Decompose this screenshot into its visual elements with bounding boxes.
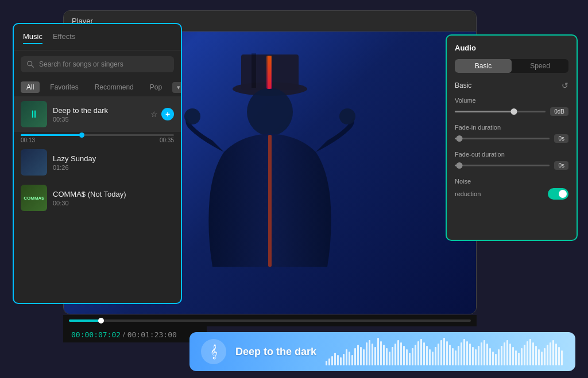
search-box[interactable]: Search for songs or singers xyxy=(21,56,174,72)
waveform-bar xyxy=(435,347,436,365)
waveform-bar xyxy=(483,340,485,365)
progress-thumb xyxy=(79,133,84,138)
track-duration-1: 00:35 xyxy=(53,116,145,123)
waveform-bar xyxy=(386,348,388,365)
waveform-bar xyxy=(512,347,514,365)
waveform-bar xyxy=(440,340,442,365)
waveform-bar xyxy=(372,344,373,365)
svg-rect-2 xyxy=(252,53,256,88)
waveform-bar xyxy=(412,348,413,365)
tab-effects[interactable]: Effects xyxy=(53,32,76,44)
volume-value: 0dB xyxy=(550,107,568,116)
waveform-bar xyxy=(527,341,528,365)
filter-pop[interactable]: Pop xyxy=(144,81,168,93)
waveform-bar xyxy=(478,346,479,365)
noise-reduction-toggle[interactable] xyxy=(548,188,568,200)
waveform-bar xyxy=(475,349,477,365)
waveform-bar xyxy=(550,342,551,365)
waveform-bar xyxy=(406,349,408,365)
fadein-slider[interactable] xyxy=(455,138,550,139)
track-time-labels: 00:13 00:35 xyxy=(14,136,181,145)
filter-all[interactable]: All xyxy=(21,81,40,93)
volume-slider[interactable] xyxy=(455,111,546,112)
waveform-bar xyxy=(438,344,439,365)
waveform-bar xyxy=(423,342,425,365)
waveform-bar xyxy=(486,344,488,365)
waveform-bar xyxy=(326,361,327,365)
svg-point-7 xyxy=(184,108,200,124)
waveform-bar xyxy=(403,346,405,365)
waveform-bar xyxy=(518,353,520,365)
track-name-1: Deep to the dark xyxy=(53,106,145,115)
fadein-label: Fade-in duration xyxy=(455,124,568,131)
waveform-bar xyxy=(337,355,339,365)
svg-rect-6 xyxy=(268,135,272,267)
waveform-bar xyxy=(558,347,560,365)
waveform-bar xyxy=(541,352,543,365)
fadeout-control: Fade-out duration 0s xyxy=(455,151,568,170)
volume-thumb[interactable] xyxy=(510,108,517,115)
track-item[interactable]: COMMA$ COMMA$ (Not Today) 00:30 xyxy=(14,180,181,216)
audio-panel: Audio Basic Speed Basic ↺ Volume 0dB Fad… xyxy=(446,34,578,241)
waveform-bar xyxy=(561,350,563,365)
timeline-container xyxy=(63,315,477,326)
reset-icon[interactable]: ↺ xyxy=(562,81,568,90)
timeline-progress xyxy=(69,319,101,322)
volume-fill xyxy=(455,111,514,112)
timeline-thumb[interactable] xyxy=(98,318,104,324)
waveform-bar xyxy=(489,348,491,365)
play-icon: ⏸ xyxy=(29,108,39,120)
track-item[interactable]: ⏸ Deep to the dark 00:35 ☆ + xyxy=(14,96,181,132)
tab-basic[interactable]: Basic xyxy=(455,59,512,73)
fadeout-value: 0s xyxy=(554,161,568,170)
filter-favorites[interactable]: Favorites xyxy=(44,81,84,93)
waveform-bar xyxy=(420,339,422,365)
track-item[interactable]: Lazy Sunday 01:26 xyxy=(14,145,181,180)
svg-rect-5 xyxy=(266,56,272,89)
waveform-bar xyxy=(544,348,546,365)
waveform-bar xyxy=(357,345,359,365)
waveform-bar xyxy=(394,344,396,365)
waveform-bar xyxy=(524,345,525,365)
waveform-bar xyxy=(383,345,385,365)
waveform-bar xyxy=(458,346,459,365)
waveform-bar xyxy=(397,340,399,365)
add-track-button-1[interactable]: + xyxy=(161,108,174,120)
basic-section-title: Basic ↺ xyxy=(455,81,568,90)
music-panel: Music Effects Search for songs or singer… xyxy=(13,23,182,304)
time-divider: / xyxy=(123,330,125,339)
track-progress-bar[interactable] xyxy=(21,134,174,136)
waveform-bar xyxy=(331,356,333,365)
waveform-bar xyxy=(521,348,523,365)
tab-speed[interactable]: Speed xyxy=(512,59,568,73)
fadein-thumb[interactable] xyxy=(457,135,463,142)
filter-recommend[interactable]: Recommend xyxy=(89,81,140,93)
filter-more-button[interactable]: ▾ xyxy=(172,82,182,93)
waveform-bar xyxy=(415,345,416,365)
waveform xyxy=(326,338,564,365)
timeline-track[interactable] xyxy=(69,319,471,322)
waveform-bar xyxy=(392,347,393,365)
track-name-2: Lazy Sunday xyxy=(53,154,174,163)
waveform-bar xyxy=(363,349,365,365)
fadeout-thumb[interactable] xyxy=(457,162,463,169)
tab-music[interactable]: Music xyxy=(23,32,42,44)
waveform-bar xyxy=(504,342,505,365)
waveform-bar xyxy=(351,355,353,365)
fadeout-label: Fade-out duration xyxy=(455,151,568,158)
fadeout-slider[interactable] xyxy=(455,165,550,166)
waveform-bar xyxy=(334,353,336,365)
waveform-bar xyxy=(529,339,531,365)
waveform-bar xyxy=(354,348,356,365)
favorite-icon-1[interactable]: ☆ xyxy=(150,110,158,119)
waveform-bar xyxy=(400,342,402,365)
audio-panel-title: Audio xyxy=(455,44,568,52)
waveform-bar xyxy=(426,346,428,365)
waveform-bar xyxy=(555,344,557,365)
track-name-3: COMMA$ (Not Today) xyxy=(53,190,174,198)
track-info-1: Deep to the dark 00:35 xyxy=(53,106,145,123)
audio-tab-bar: Basic Speed xyxy=(455,59,568,73)
waveform-bar xyxy=(452,348,454,365)
track-current-time: 00:13 xyxy=(21,137,35,143)
track-info-3: COMMA$ (Not Today) 00:30 xyxy=(53,190,174,206)
